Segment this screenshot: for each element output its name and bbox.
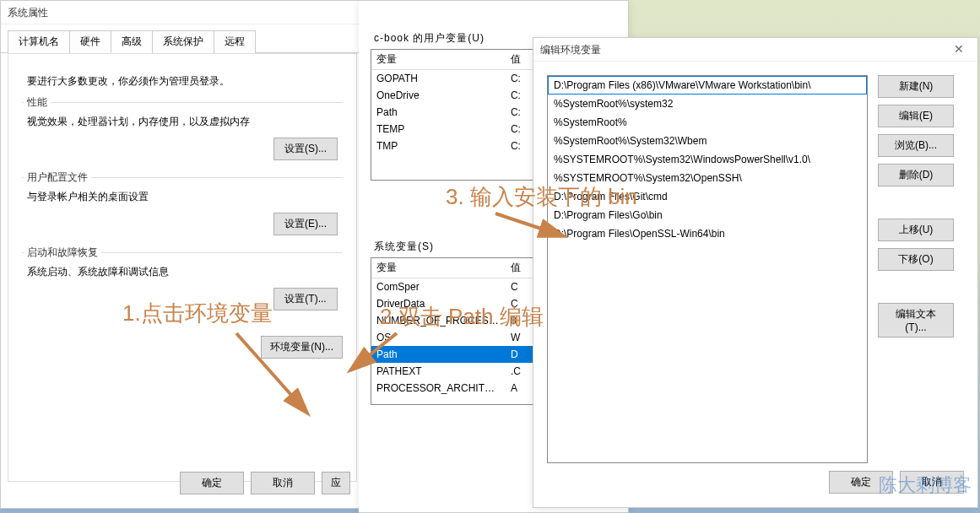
path-entry[interactable]: D:\Program Files\OpenSSL-Win64\bin: [548, 224, 867, 243]
performance-group: 性能 视觉效果，处理器计划，内存使用，以及虚拟内存 设置(S)...: [22, 102, 343, 165]
startup-settings-button[interactable]: 设置(T)...: [273, 288, 338, 310]
performance-settings-button[interactable]: 设置(S)...: [273, 138, 338, 160]
var-name: Path: [371, 104, 506, 121]
path-entry[interactable]: %SystemRoot%: [548, 113, 867, 132]
system-properties-window: 系统属性 计算机名 硬件 高级 系统保护 远程 要进行大多数更改，你必须作为管理…: [0, 0, 365, 509]
path-entry[interactable]: D:\Program Files\Go\bin: [548, 206, 867, 224]
edit-env-var-window: 编辑环境变量 ✕ D:\Program Files (x86)\VMware\V…: [533, 37, 978, 508]
startup-text: 系统启动、系统故障和调试信息: [27, 265, 338, 279]
var-name: OneDrive: [371, 87, 506, 104]
sysprops-footer: 确定 取消 应: [180, 472, 350, 494]
sysprops-title: 系统属性: [1, 1, 364, 24]
path-entry[interactable]: %SYSTEMROOT%\System32\WindowsPowerShell\…: [548, 150, 867, 169]
tab-advanced[interactable]: 高级: [111, 30, 153, 53]
path-entry[interactable]: D:\Program Files\Git\cmd: [548, 187, 867, 206]
user-profile-group: 用户配置文件 与登录帐户相关的桌面设置 设置(E)...: [22, 177, 343, 240]
performance-title: 性能: [24, 95, 51, 110]
user-profile-title: 用户配置文件: [24, 170, 91, 185]
tab-computer-name[interactable]: 计算机名: [8, 30, 70, 53]
tab-remote[interactable]: 远程: [214, 30, 256, 53]
sysprops-ok-button[interactable]: 确定: [180, 472, 244, 494]
var-name: TMP: [371, 138, 506, 154]
user-col-var: 变量: [371, 50, 506, 69]
var-name: GOPATH: [371, 70, 506, 87]
var-name: PATHEXT: [371, 363, 506, 380]
edit-text-button[interactable]: 编辑文本(T)...: [878, 303, 954, 338]
move-down-button[interactable]: 下移(O): [878, 248, 954, 271]
tab-hardware[interactable]: 硬件: [69, 30, 111, 53]
editpath-cancel-button[interactable]: 取消: [900, 471, 964, 494]
new-button[interactable]: 新建(N): [878, 75, 954, 98]
path-entry[interactable]: %SYSTEMROOT%\System32\OpenSSH\: [548, 169, 867, 187]
performance-text: 视觉效果，处理器计划，内存使用，以及虚拟内存: [27, 115, 338, 129]
user-profile-text: 与登录帐户相关的桌面设置: [27, 190, 338, 204]
editpath-title: 编辑环境变量: [533, 38, 977, 62]
editpath-ok-button[interactable]: 确定: [829, 471, 893, 494]
sysprops-cancel-button[interactable]: 取消: [251, 472, 315, 494]
var-name: 变量: [371, 258, 506, 278]
editpath-footer: 确定 取消: [829, 471, 964, 494]
move-up-button[interactable]: 上移(U): [878, 219, 954, 241]
path-list[interactable]: D:\Program Files (x86)\VMware\VMware Wor…: [547, 75, 868, 463]
sysprops-apply-button[interactable]: 应: [322, 472, 350, 494]
edit-button[interactable]: 编辑(E): [878, 105, 954, 127]
admin-note: 要进行大多数更改，你必须作为管理员登录。: [27, 74, 343, 89]
path-entry[interactable]: %SystemRoot%\system32: [548, 94, 867, 113]
var-name: ComSper: [371, 278, 506, 295]
var-name: OS: [371, 329, 506, 346]
user-profile-settings-button[interactable]: 设置(E)...: [273, 213, 338, 235]
startup-title: 启动和故障恢复: [24, 246, 101, 260]
path-entry[interactable]: D:\Program Files (x86)\VMware\VMware Wor…: [548, 76, 867, 94]
var-name: Path: [371, 346, 506, 363]
browse-button[interactable]: 浏览(B)...: [878, 134, 954, 157]
path-entry[interactable]: %SystemRoot%\System32\Wbem: [548, 132, 867, 150]
environment-variables-button[interactable]: 环境变量(N)...: [261, 336, 343, 359]
startup-group: 启动和故障恢复 系统启动、系统故障和调试信息 设置(T)...: [22, 252, 343, 316]
var-name: TEMP: [371, 121, 506, 138]
var-name: NUMBER_OF_PROCESSORS: [371, 312, 506, 329]
tab-system-protection[interactable]: 系统保护: [152, 30, 214, 53]
var-name: DriverData: [371, 295, 506, 312]
delete-button[interactable]: 删除(D): [878, 164, 954, 186]
close-icon[interactable]: ✕: [939, 38, 977, 62]
sysprops-tabs: 计算机名 硬件 高级 系统保护 远程: [1, 30, 364, 53]
var-name: PROCESSOR_ARCHITECT...: [371, 380, 506, 397]
